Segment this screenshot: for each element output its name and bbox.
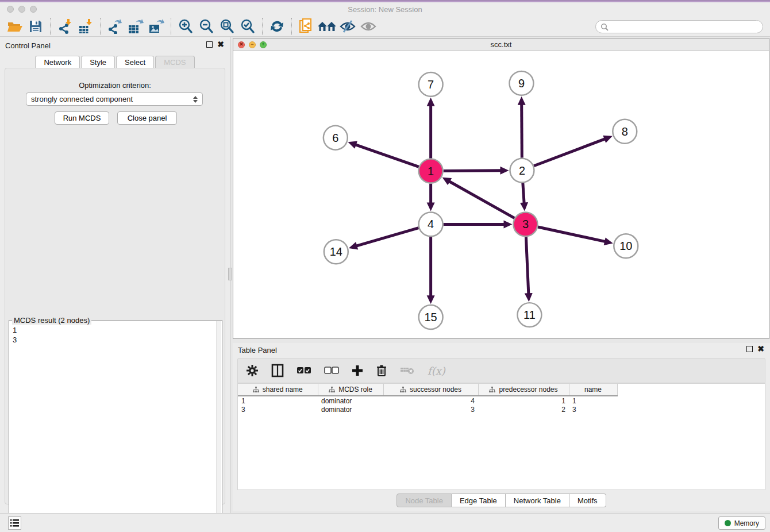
toolbar-separator <box>50 18 51 35</box>
tab-motifs[interactable]: Motifs <box>569 494 606 507</box>
cell-mcds-role[interactable]: dominator <box>318 405 383 414</box>
cell-shared-name[interactable]: 3 <box>238 405 318 414</box>
cell-successor-nodes[interactable]: 4 <box>383 396 478 405</box>
cell-mcds-role[interactable]: dominator <box>318 396 383 405</box>
network-overview-button[interactable] <box>296 17 317 36</box>
cell-name[interactable]: 3 <box>569 405 617 414</box>
cell-name[interactable]: 1 <box>569 396 617 405</box>
edge-2-8[interactable] <box>534 138 606 166</box>
column-header-successor-nodes[interactable]: successor nodes <box>383 384 478 396</box>
arrowhead-4-3 <box>503 220 512 228</box>
export-network-icon <box>107 19 122 34</box>
search-icon <box>600 23 609 31</box>
table-panel: Table Panel ✖ <box>233 343 770 511</box>
network-graph[interactable]: 7968124314101511 <box>233 52 769 338</box>
close-panel-icon[interactable]: ✖ <box>217 41 224 48</box>
node-label-15: 15 <box>425 311 437 323</box>
unselect-all-columns-button[interactable] <box>324 367 339 375</box>
network-file-icon <box>299 18 314 34</box>
function-builder-button[interactable]: f(x) <box>428 365 445 377</box>
result-scrollbar[interactable] <box>216 321 221 532</box>
tab-mcds[interactable]: MCDS <box>155 56 194 68</box>
delete-columns-button[interactable] <box>376 364 387 377</box>
import-table-icon <box>78 19 93 34</box>
node-label-1: 1 <box>428 165 434 178</box>
dropdown-stepper-icon <box>193 96 198 103</box>
memory-status-icon <box>725 520 731 526</box>
tab-network[interactable]: Network <box>35 56 80 68</box>
table-row[interactable]: 3 dominator 3 2 3 <box>238 405 765 414</box>
edge-2-9[interactable] <box>522 103 522 158</box>
node-label-6: 6 <box>332 132 338 144</box>
tab-edge-table[interactable]: Edge Table <box>452 494 506 507</box>
apply-layout-button[interactable] <box>267 17 287 36</box>
eye-icon <box>360 19 376 34</box>
mcds-result-box: MCDS result (2 nodes) 1 3 <box>9 320 222 532</box>
float-table-panel-icon[interactable] <box>746 346 753 352</box>
table-panel-title: Table Panel <box>238 346 277 354</box>
close-table-panel-icon[interactable]: ✖ <box>757 346 764 352</box>
export-image-button[interactable] <box>146 17 167 36</box>
network-window-titlebar: ✕ − + scc.txt <box>233 38 769 51</box>
show-column-panel-button[interactable] <box>271 364 284 377</box>
edge-1-2[interactable] <box>444 171 502 171</box>
node-label-14: 14 <box>330 245 342 258</box>
cell-predecessor-nodes[interactable]: 1 <box>478 396 569 405</box>
network-canvas[interactable]: 7968124314101511 <box>233 52 769 338</box>
show-graphics-details-button[interactable] <box>337 17 358 36</box>
zoom-fit-button[interactable] <box>217 17 237 36</box>
open-session-button[interactable] <box>5 17 25 36</box>
tab-network-table[interactable]: Network Table <box>506 494 569 507</box>
edge-4-14[interactable] <box>355 228 418 246</box>
zoom-out-icon <box>199 19 214 34</box>
zoom-selected-button[interactable] <box>237 17 258 36</box>
cell-shared-name[interactable]: 1 <box>238 396 318 405</box>
save-icon <box>29 20 43 33</box>
tab-style[interactable]: Style <box>81 56 115 68</box>
edge-2-3[interactable] <box>523 183 524 204</box>
save-session-button[interactable] <box>25 17 46 36</box>
column-header-shared-name[interactable]: shared name <box>238 384 318 396</box>
home-view-button[interactable] <box>317 17 337 36</box>
float-panel-icon[interactable] <box>206 41 213 48</box>
column-header-mcds-role[interactable]: MCDS role <box>318 384 383 396</box>
status-bar: Memory <box>0 513 770 532</box>
splitter-handle[interactable] <box>228 268 232 280</box>
table-settings-button[interactable] <box>246 364 259 377</box>
search-input[interactable] <box>609 21 763 33</box>
table-header-row: shared name MCDS role successor nodes <box>238 384 765 396</box>
tab-select[interactable]: Select <box>116 56 154 68</box>
memory-button[interactable]: Memory <box>718 516 765 530</box>
tab-node-table[interactable]: Node Table <box>396 494 452 507</box>
table-row[interactable]: 1 dominator 4 1 1 <box>238 396 765 405</box>
node-label-3: 3 <box>522 218 529 230</box>
criterion-dropdown[interactable]: strongly connected component <box>26 92 203 106</box>
zoom-out-button[interactable] <box>196 17 217 36</box>
edge-3-11[interactable] <box>526 237 528 295</box>
close-panel-button[interactable]: Close panel <box>117 111 177 125</box>
select-all-columns-button[interactable] <box>297 367 311 375</box>
edge-3-1[interactable] <box>448 181 514 218</box>
edge-3-10[interactable] <box>538 227 606 242</box>
eye-slash-icon <box>340 19 356 34</box>
import-network-button[interactable] <box>55 17 75 36</box>
titlebar: Session: New Session <box>0 2 770 16</box>
hide-graphics-details-button[interactable] <box>358 17 379 36</box>
network-window-title: scc.txt <box>233 40 769 49</box>
edge-1-6[interactable] <box>355 144 419 167</box>
create-column-button[interactable] <box>352 365 363 376</box>
export-network-button[interactable] <box>105 17 125 36</box>
hierarchy-icon <box>329 387 335 393</box>
column-header-name[interactable]: name <box>569 384 617 396</box>
delete-table-button[interactable] <box>400 366 415 375</box>
arrowhead-3-11 <box>525 293 533 302</box>
cell-successor-nodes[interactable]: 3 <box>383 405 478 414</box>
cell-predecessor-nodes[interactable]: 2 <box>478 405 569 414</box>
zoom-in-button[interactable] <box>175 17 196 36</box>
column-header-predecessor-nodes[interactable]: predecessor nodes <box>478 384 569 396</box>
export-table-button[interactable] <box>125 17 146 36</box>
task-history-button[interactable] <box>8 516 21 530</box>
run-mcds-button[interactable]: Run MCDS <box>55 111 109 125</box>
import-table-button[interactable] <box>75 17 96 36</box>
export-image-icon <box>148 19 164 34</box>
